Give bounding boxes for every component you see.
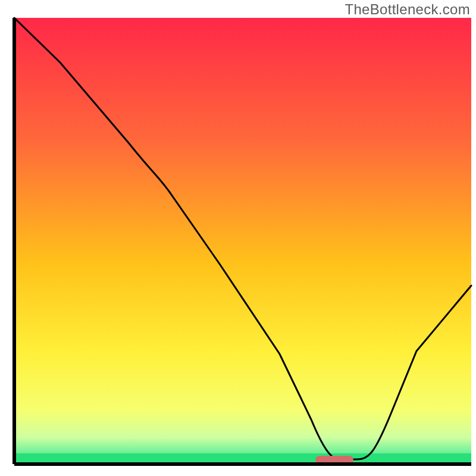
gradient-fill bbox=[14, 18, 471, 464]
bottleneck-chart: TheBottleneck.com bbox=[0, 0, 476, 476]
chart-svg bbox=[0, 0, 476, 476]
watermark-text: TheBottleneck.com bbox=[345, 1, 470, 18]
